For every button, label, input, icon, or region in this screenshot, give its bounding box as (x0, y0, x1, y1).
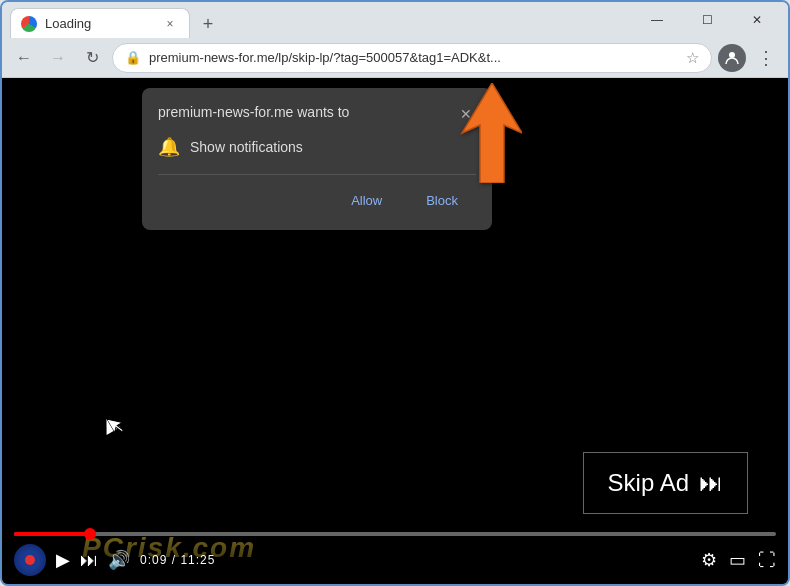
settings-button[interactable]: ⚙ (701, 549, 717, 571)
title-bar: Loading × + — ☐ ✕ (2, 2, 788, 38)
svg-point-0 (729, 52, 735, 58)
svg-point-4 (26, 556, 34, 564)
svg-point-5 (29, 559, 32, 562)
bookmark-star-icon[interactable]: ☆ (686, 49, 699, 67)
fullscreen-button[interactable]: ⛶ (758, 550, 776, 571)
tab-close-button[interactable]: × (161, 15, 179, 33)
theater-button[interactable]: ▭ (729, 549, 746, 571)
close-button[interactable]: ✕ (734, 4, 780, 36)
tab-title: Loading (45, 16, 153, 31)
svg-point-3 (21, 551, 39, 569)
popup-header: premium-news-for.me wants to ✕ (158, 104, 476, 124)
address-bar[interactable]: 🔒 premium-news-for.me/lp/skip-lp/?tag=50… (112, 43, 712, 73)
refresh-button[interactable]: ↻ (78, 44, 106, 72)
allow-button[interactable]: Allow (333, 187, 400, 214)
bell-icon: 🔔 (158, 136, 180, 158)
popup-site-name: premium-news-for.me wants to (158, 104, 448, 120)
svg-marker-2 (107, 413, 127, 435)
channel-logo (14, 544, 46, 576)
orange-arrow (442, 83, 522, 187)
skip-ad-icon: ⏭ (699, 469, 723, 497)
tab-favicon (21, 16, 37, 32)
tab-area: Loading × + (10, 2, 630, 38)
url-text: premium-news-for.me/lp/skip-lp/?tag=5000… (149, 50, 678, 65)
browser-window: Loading × + — ☐ ✕ ← → ↻ 🔒 premium-news-f… (0, 0, 790, 586)
svg-marker-1 (462, 83, 522, 183)
next-button[interactable]: ⏭ (80, 550, 98, 571)
back-button[interactable]: ← (10, 44, 38, 72)
navigation-bar: ← → ↻ 🔒 premium-news-for.me/lp/skip-lp/?… (2, 38, 788, 78)
popup-actions: Allow Block (158, 174, 476, 214)
controls-row: ▶ ⏭ 🔊 0:09 / 11:25 ⚙ ▭ ⛶ (14, 544, 776, 576)
browser-menu-button[interactable]: ⋮ (752, 44, 780, 72)
forward-button[interactable]: → (44, 44, 72, 72)
popup-notification-text: Show notifications (190, 139, 303, 155)
minimize-button[interactable]: — (634, 4, 680, 36)
video-controls: ▶ ⏭ 🔊 0:09 / 11:25 ⚙ ▭ ⛶ (2, 520, 788, 584)
window-controls: — ☐ ✕ (634, 4, 780, 36)
progress-bar[interactable] (14, 532, 776, 536)
volume-button[interactable]: 🔊 (108, 549, 130, 571)
time-display: 0:09 / 11:25 (140, 553, 215, 567)
maximize-button[interactable]: ☐ (684, 4, 730, 36)
time-total: 11:25 (180, 553, 215, 567)
notification-popup: premium-news-for.me wants to ✕ 🔔 Show no… (142, 88, 492, 230)
page-content: premium-news-for.me wants to ✕ 🔔 Show no… (2, 78, 788, 584)
mouse-cursor (100, 415, 121, 435)
play-button[interactable]: ▶ (56, 549, 70, 571)
profile-button[interactable] (718, 44, 746, 72)
time-current: 0:09 (140, 553, 167, 567)
lock-icon: 🔒 (125, 50, 141, 65)
right-controls: ⚙ ▭ ⛶ (701, 549, 776, 571)
active-tab[interactable]: Loading × (10, 8, 190, 38)
progress-fill (14, 532, 90, 536)
skip-ad-button[interactable]: Skip Ad ⏭ (583, 452, 748, 514)
block-button[interactable]: Block (408, 187, 476, 214)
skip-ad-label: Skip Ad (608, 469, 689, 497)
progress-dot (84, 528, 96, 540)
popup-notification-row: 🔔 Show notifications (158, 136, 476, 158)
new-tab-button[interactable]: + (194, 10, 222, 38)
